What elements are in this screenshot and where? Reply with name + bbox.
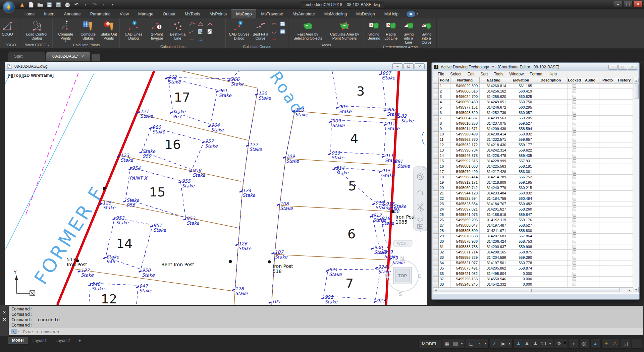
table-row-point-29[interactable]: 295495878.688314207.683557.864 [433, 234, 639, 239]
table-row-point-9[interactable]: 95495914.671314209.439558.594 [433, 126, 639, 132]
table-row-point-24[interactable]: 245495897.821314201.627558.260 [433, 207, 639, 212]
table-row-point-27[interactable]: 275495880.047314197.487558.527 [433, 223, 639, 228]
polar-dropdown-icon[interactable]: ▾ [484, 340, 488, 348]
editor-menu-select[interactable]: Select [447, 72, 464, 76]
table-row-point-18[interactable]: 185495988.414314214.789556.752 [433, 175, 639, 180]
editor-menu-format[interactable]: Format [527, 72, 545, 76]
coordinate-editor-close[interactable]: ✕ [628, 65, 637, 70]
tab-add-button[interactable]: + [92, 54, 100, 61]
locked-checkbox[interactable] [573, 143, 576, 147]
curve-tool-icon-1[interactable] [270, 20, 278, 27]
open-folder-icon[interactable] [37, 1, 44, 8]
ribbon-tab-home[interactable]: Home [19, 9, 39, 18]
table-row-point-15[interactable]: 155495992.515314228.999557.931 [433, 159, 639, 164]
locked-checkbox[interactable] [573, 127, 576, 131]
table-row-point-6[interactable]: 65495993.520314252.739560.057 [433, 110, 639, 116]
locked-checkbox[interactable] [573, 261, 576, 265]
dwg-close-button[interactable]: ✕ [415, 63, 425, 69]
best-fit-curve-button[interactable]: Best Fit a Curve [251, 19, 270, 44]
squiggle-tool-icon[interactable]: ≈ [197, 36, 204, 43]
scale-value[interactable]: 1:1 [540, 340, 548, 348]
locked-checkbox[interactable] [573, 272, 576, 276]
compute-stakes-button[interactable]: Compute Stakes [77, 19, 99, 42]
locked-checkbox[interactable] [573, 100, 576, 104]
annotation-scale-icon[interactable]: ♟ [531, 340, 539, 348]
locked-checkbox[interactable] [573, 213, 576, 217]
ribbon-tab-view[interactable]: View [115, 9, 133, 18]
annotation-visibility-icon[interactable]: ♟ [515, 340, 523, 348]
locked-checkbox[interactable] [573, 256, 576, 259]
table-row-point-2[interactable]: 25496006.616314256.162560.419 [433, 89, 639, 94]
ribbon-tab-mscogo[interactable]: MsCogo [231, 9, 257, 18]
layout-tab-add[interactable]: + [74, 337, 85, 344]
undo-icon[interactable]: ↶ [73, 1, 80, 8]
editor-menu-help[interactable]: Help [545, 72, 560, 76]
locked-checkbox[interactable] [573, 277, 576, 281]
crosshair-icon[interactable]: ＋ [569, 340, 577, 348]
editor-menu-sort[interactable]: Sort [477, 72, 491, 76]
layout-tab-model[interactable]: Model [8, 337, 28, 344]
column-header-elevation[interactable]: Elevation [508, 77, 534, 83]
ortho-mode-icon[interactable]: ∟ [467, 340, 475, 348]
table-row-point-35[interactable]: 355495873.491314205.862558.874 [433, 266, 639, 271]
tab-close-icon[interactable]: ✕ [81, 54, 84, 59]
report-tool-icon-2[interactable] [206, 28, 214, 35]
ribbon-tab-msannotate[interactable]: MsAnnotate [288, 9, 320, 18]
warning-icon-1[interactable]: ⚠ [602, 340, 610, 348]
tab-active-drawing[interactable]: 08-102-BASE*✕ [46, 52, 90, 61]
fast-area-button[interactable]: Fast Area by Selecting Objects [289, 19, 326, 42]
command-grip[interactable]: ▪▪▪▪ [2, 306, 7, 308]
table-row-point-1[interactable]: 15496029.390314260.814561.185 [433, 83, 639, 89]
locked-checkbox[interactable] [573, 181, 576, 184]
table-row-point-37[interactable]: 375495296.165314550.5460.000 [433, 277, 639, 282]
column-header-description[interactable]: Description [534, 77, 568, 83]
line-tool-icon-2[interactable] [188, 28, 196, 35]
calculate-area-by-points-button[interactable]: Calculate Area by Point Numbers [326, 19, 363, 42]
table-row-point-28[interactable]: 285495895.509314211.671558.830 [433, 228, 639, 234]
scale-dropdown-icon[interactable]: ▾ [548, 340, 552, 348]
warning-icon-2[interactable]: ⚠ [611, 340, 619, 348]
column-header-northing[interactable]: Northing [450, 77, 480, 83]
locked-checkbox[interactable] [573, 197, 576, 200]
locked-checkbox[interactable] [573, 240, 576, 243]
infocenter-dropdown-icon[interactable]: ▾ [417, 12, 418, 15]
isolate-objects-icon[interactable]: ◎ [580, 340, 588, 348]
drawing-window-titlebar[interactable]: 08-102-BASE.dwg – ▢ ✕ [5, 62, 427, 71]
table-row-point-25[interactable]: 255495841.076314188.919559.847 [433, 212, 639, 218]
redo-icon[interactable]: ↷ [91, 1, 98, 8]
locked-checkbox[interactable] [573, 154, 576, 158]
table-row-point-5[interactable]: 55495977.151314246.672560.295 [433, 105, 639, 110]
locked-checkbox[interactable] [573, 191, 576, 195]
locked-checkbox[interactable] [573, 175, 576, 179]
table-row-point-36[interactable]: 365495421.082314495.8040.000 [433, 271, 639, 277]
save-as-icon[interactable] [55, 1, 62, 8]
command-close-icon[interactable]: ✕ [3, 310, 6, 315]
stake-out-points-button[interactable]: Stake Out Points [99, 19, 119, 42]
minimize-button[interactable]: – [613, 1, 623, 7]
cad-curves-dialog-button[interactable]: i CAD Curves Dialog [227, 19, 251, 44]
osnap-dropdown-icon[interactable]: ▾ [507, 340, 512, 348]
table-row-point-22[interactable]: 225495823.694314184.759560.484 [433, 196, 639, 201]
model-indicator[interactable]: MODEL [418, 340, 441, 348]
dwg-minimize-button[interactable]: – [392, 63, 402, 69]
scroll-down-button[interactable]: ▼ [634, 287, 639, 292]
line-tool-icon-3[interactable] [188, 36, 196, 43]
table-row-point-17[interactable]: 175495979.499314217.426556.361 [433, 169, 639, 175]
radial-lot-line-button[interactable]: Radial Lot Line [382, 19, 399, 44]
column-header-easting[interactable]: Easting [480, 77, 508, 83]
editor-menu-edit[interactable]: Edit [465, 72, 478, 76]
column-header-photo[interactable]: Photo [599, 77, 616, 83]
customize-menu-icon[interactable]: ≡ [633, 340, 641, 348]
locked-checkbox[interactable] [573, 283, 576, 286]
locked-checkbox[interactable] [573, 138, 576, 141]
locked-checkbox[interactable] [573, 170, 576, 174]
swing-into-curve-button[interactable]: Swing into a Curve [418, 19, 435, 44]
locked-checkbox[interactable] [573, 250, 576, 254]
locked-checkbox[interactable] [573, 208, 576, 211]
isodraft-icon[interactable]: ∠ [491, 340, 499, 348]
line-tool-icon-1[interactable] [188, 20, 196, 27]
hardware-acceleration-icon[interactable]: ◕ [591, 340, 599, 348]
column-header-selector[interactable] [433, 77, 439, 83]
grid-dropdown-icon[interactable]: ▾ [460, 340, 464, 348]
table-row-point-33[interactable]: 335495856.329314204.586559.390 [433, 255, 639, 260]
